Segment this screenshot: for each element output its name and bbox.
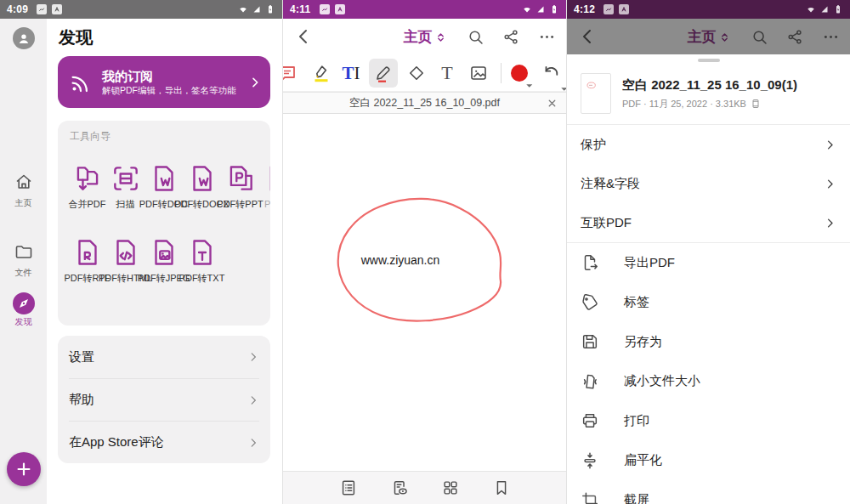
banner-title: 我的订阅 xyxy=(102,69,248,83)
editor-bottom-bar xyxy=(283,471,566,504)
status-time: 4:11 xyxy=(290,3,311,15)
tool-wizard-label: 工具向导 xyxy=(58,121,270,144)
tool-pdf-to-txt[interactable]: PDF转TXT xyxy=(183,236,221,285)
more-icon xyxy=(822,28,840,46)
sheet-drag-handle[interactable] xyxy=(698,59,720,62)
sidebar-item-files[interactable]: 文件 xyxy=(0,241,47,279)
add-document-fab[interactable] xyxy=(7,452,41,486)
sidebar-item-discover[interactable]: 发现 xyxy=(0,292,47,328)
chevron-right-icon xyxy=(824,139,836,151)
red-color-swatch-icon xyxy=(511,65,528,82)
pencil-tool-selected[interactable] xyxy=(369,59,398,88)
annotation-url-text: www.ziyuan.cn xyxy=(360,253,440,267)
status-right-icons xyxy=(806,4,843,14)
search-icon[interactable] xyxy=(467,28,484,46)
discover-content: 发现 我的订阅 解锁PDF编辑，导出，签名等功能 工具向导 合并PDF xyxy=(47,19,282,504)
crop-screenshot-icon xyxy=(581,490,599,504)
search-icon xyxy=(751,28,768,46)
document-tab-bar: 空白 2022_11_25 16_10_09.pdf xyxy=(283,92,566,114)
status-right-icons xyxy=(522,4,559,14)
highlighter-tool[interactable] xyxy=(309,61,333,85)
bookmark-icon[interactable] xyxy=(492,479,511,497)
tool-pdf-to-docx[interactable]: PDF转DOCX xyxy=(183,162,221,211)
thumbnails-grid-icon[interactable] xyxy=(441,479,460,497)
pdf-to-ppt-icon xyxy=(224,162,257,195)
action-screenshot[interactable]: 截屏 xyxy=(567,480,850,504)
read-view-icon[interactable] xyxy=(390,479,409,497)
outline-list-icon[interactable] xyxy=(339,479,358,497)
comment-tool[interactable] xyxy=(283,61,299,85)
toolbar-divider xyxy=(501,63,502,83)
more-icon[interactable] xyxy=(538,28,556,46)
subscription-banner[interactable]: 我的订阅 解锁PDF编辑，导出，签名等功能 xyxy=(58,56,270,108)
image-notification-icon xyxy=(604,4,614,14)
chevron-right-icon xyxy=(248,76,262,89)
wifi-icon xyxy=(522,4,532,14)
dimmed-toolbar: 主页 xyxy=(567,19,850,54)
menu-item-label: 帮助 xyxy=(69,392,94,408)
menu-item-label: 设置 xyxy=(69,349,94,365)
tool-pdf-to-jpeg[interactable]: PDF转JPEG xyxy=(144,236,183,285)
flatten-icon xyxy=(581,451,599,470)
undo-button[interactable] xyxy=(539,61,563,85)
close-tab-icon[interactable] xyxy=(547,98,558,109)
pdf-to-jpeg-icon xyxy=(148,236,180,269)
avatar[interactable] xyxy=(13,27,35,49)
page-title: 发现 xyxy=(59,26,93,49)
image-stamp-tool[interactable] xyxy=(467,61,490,85)
tool-pdf-to-ppt[interactable]: PDF转PPT xyxy=(221,162,259,211)
group-annotations-fields[interactable]: 注释&字段 xyxy=(567,164,850,203)
editor-toolbar: 主页 xyxy=(283,19,566,54)
text-icon: T xyxy=(441,62,452,84)
status-bar: 4:09 xyxy=(0,0,282,19)
back-icon[interactable] xyxy=(293,26,314,47)
share-icon[interactable] xyxy=(502,28,520,46)
app-notification-icon xyxy=(619,4,629,14)
menu-item-settings[interactable]: 设置 xyxy=(69,336,259,378)
action-reduce-file-size[interactable]: 减小文件大小 xyxy=(567,362,850,402)
left-nav-rail: 主页 文件 发现 xyxy=(0,19,47,504)
document-tab[interactable]: 空白 2022_11_25 16_10_09.pdf xyxy=(349,96,500,110)
tool-row-2: PDF转RTF PDF转HTML PDF转JPEG PDF转TXT xyxy=(68,236,270,285)
group-protect[interactable]: 保护 xyxy=(567,125,850,164)
tool-merge-pdf[interactable]: 合并PDF xyxy=(68,162,106,211)
pdf-to-rtf-icon xyxy=(71,236,104,269)
pdf-canvas[interactable]: www.ziyuan.cn xyxy=(283,115,566,471)
back-icon[interactable] xyxy=(577,26,598,47)
action-flatten[interactable]: 扁平化 xyxy=(567,441,850,481)
eraser-tool[interactable] xyxy=(405,61,428,85)
wifi-icon xyxy=(238,4,248,14)
share-icon xyxy=(786,28,804,46)
action-tags[interactable]: 标签 xyxy=(567,283,850,323)
comment-icon xyxy=(283,63,298,83)
three-screen-montage: 4:09 主页 文件 xyxy=(0,0,850,504)
action-print[interactable]: 打印 xyxy=(567,401,850,441)
action-save-as[interactable]: 另存为 xyxy=(567,322,850,362)
group-connected-pdf[interactable]: 互联PDF xyxy=(567,203,850,242)
sidebar-item-home[interactable]: 主页 xyxy=(0,172,47,209)
edit-text-tool[interactable]: TI xyxy=(339,61,363,85)
typewriter-tool[interactable]: T xyxy=(435,61,459,85)
discover-screen: 4:09 主页 文件 xyxy=(0,0,283,504)
action-export-pdf[interactable]: 导出PDF xyxy=(567,243,850,283)
tag-icon xyxy=(581,293,599,312)
notification-icons xyxy=(320,4,345,14)
group-label: 注释&字段 xyxy=(581,176,640,192)
eraser-diamond-icon xyxy=(406,63,427,83)
chevron-right-icon xyxy=(247,351,259,363)
tool-clipped[interactable]: PDF转 xyxy=(259,162,270,211)
status-bar: 4:12 xyxy=(567,0,850,19)
pdf-to-doc-icon xyxy=(148,162,180,195)
pdf-to-docx-icon xyxy=(186,162,218,195)
file-meta-text: PDF · 11月 25, 2022 · 3.31KB xyxy=(622,98,746,110)
tool-label: 扫描 xyxy=(116,198,135,211)
document-menu-screen: 4:12 主页 xyxy=(567,0,850,504)
menu-item-help[interactable]: 帮助 xyxy=(69,378,259,421)
image-notification-icon xyxy=(37,4,47,14)
color-swatch[interactable] xyxy=(507,61,531,85)
folder-icon xyxy=(14,241,34,262)
menu-item-review[interactable]: 在App Store评论 xyxy=(69,421,259,463)
home-icon xyxy=(14,172,34,192)
status-time: 4:09 xyxy=(7,3,28,15)
tool-label: PDF转PPT xyxy=(217,198,263,211)
